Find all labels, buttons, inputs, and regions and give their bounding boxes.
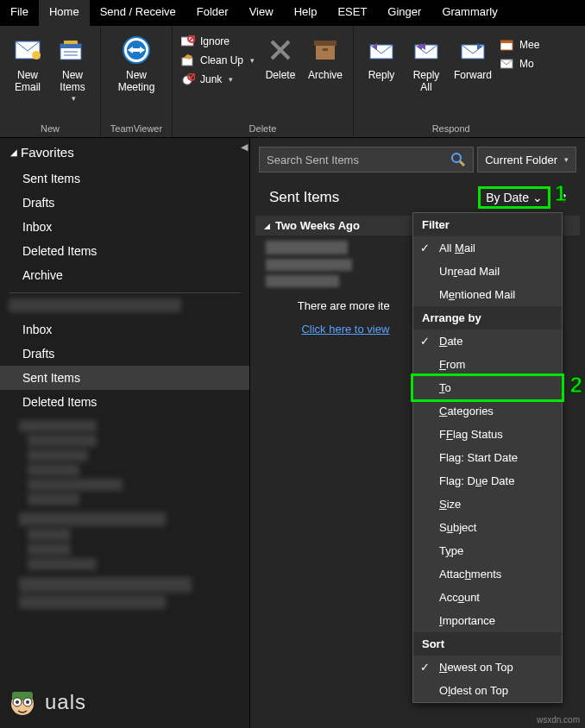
redacted-item [19, 577, 192, 593]
forward-button[interactable]: Forward [449, 29, 497, 85]
junk-button[interactable]: Junk▾ [181, 72, 255, 86]
arrange-option[interactable]: Size [413, 493, 562, 516]
menu-eset[interactable]: ESET [327, 0, 377, 26]
new-email-button[interactable]: New Email [5, 29, 50, 97]
dropdown-section-arrange: Arrange by [413, 306, 562, 329]
separator [9, 292, 241, 293]
arrange-option[interactable]: Type [413, 539, 562, 562]
watermark: wsxdn.com [537, 715, 580, 725]
nav-item-sent-items[interactable]: Sent Items [0, 166, 249, 191]
account-header-redacted[interactable] [9, 298, 181, 312]
redacted-item [28, 464, 79, 476]
redacted-item [28, 493, 79, 505]
arrange-option[interactable]: From [413, 353, 562, 376]
archive-icon [311, 36, 339, 64]
ribbon-group-new: New Email New Items▾ New [0, 26, 101, 137]
calendar-icon [500, 38, 514, 52]
junk-icon [181, 72, 195, 86]
menu-send-receive[interactable]: Send / Receive [90, 0, 186, 26]
chevron-down-icon: ▾ [72, 94, 76, 104]
svg-point-35 [26, 700, 29, 704]
arrange-option[interactable]: Account [413, 586, 562, 609]
search-input[interactable]: Search Sent Items [259, 147, 474, 173]
arrange-option[interactable]: Attachments [413, 562, 562, 586]
arrange-option[interactable]: FFlag Status [413, 423, 562, 446]
ribbon-group-respond: Reply Reply All Forward Mee Mo Respond [354, 26, 548, 137]
redacted-item [19, 420, 97, 432]
delete-label: Delete [266, 69, 296, 81]
teamviewer-icon [123, 36, 150, 64]
nav-item-deleted-items[interactable]: Deleted Items [0, 390, 249, 414]
nav-item-sent-items[interactable]: Sent Items [0, 366, 249, 390]
filter-option[interactable]: Unread Mail [413, 260, 562, 283]
filter-option[interactable]: Mentioned Mail [413, 283, 562, 306]
archive-button[interactable]: Archive [303, 29, 348, 85]
redacted-item [28, 558, 97, 570]
ignore-button[interactable]: Ignore [181, 35, 255, 48]
new-email-label: New Email [15, 69, 41, 94]
meeting-label: Mee [519, 39, 539, 51]
redacted-item [28, 529, 71, 541]
new-email-icon [14, 36, 41, 64]
nav-item-inbox[interactable]: Inbox [0, 317, 249, 342]
collapse-nav-icon[interactable]: ◀ [241, 141, 248, 153]
svg-point-1 [32, 51, 41, 60]
svg-point-28 [452, 154, 461, 162]
svg-rect-21 [323, 48, 328, 51]
menu-ginger[interactable]: Ginger [377, 0, 431, 26]
filter-option[interactable]: ✓All Mail [413, 236, 562, 260]
menu-help[interactable]: Help [284, 0, 328, 26]
sort-option[interactable]: Oldest on Top [413, 679, 562, 702]
arrange-option[interactable]: Flag: Start Date [413, 446, 562, 469]
svg-line-29 [460, 161, 464, 166]
nav-item-inbox[interactable]: Inbox [0, 215, 249, 239]
view-more-link[interactable]: Click here to view [301, 323, 389, 336]
menu-folder[interactable]: Folder [186, 0, 239, 26]
menu-home[interactable]: Home [39, 0, 90, 26]
svg-rect-3 [60, 44, 81, 48]
arrange-option[interactable]: Flag: Due Date [413, 469, 562, 493]
menu-grammarly[interactable]: Grammarly [431, 0, 507, 26]
cleanup-icon [181, 53, 195, 67]
new-meeting-label: New Meeting [118, 69, 155, 94]
search-placeholder: Search Sent Items [267, 154, 359, 166]
reply-all-button[interactable]: Reply All [404, 29, 449, 97]
nav-item-drafts[interactable]: Drafts [0, 191, 249, 215]
arrange-option[interactable]: Subject [413, 516, 562, 539]
cleanup-label: Clean Up [200, 54, 243, 66]
new-items-button[interactable]: New Items▾ [50, 29, 95, 107]
svg-rect-26 [500, 41, 513, 43]
delete-button[interactable]: Delete [258, 29, 303, 85]
ribbon-group-delete: Ignore Clean Up▾ Junk▾ Delete Archive De… [173, 26, 354, 137]
new-meeting-button[interactable]: New Meeting [106, 29, 167, 97]
arrange-option[interactable]: Importance [413, 609, 562, 632]
svg-rect-9 [133, 48, 140, 52]
chevron-down-icon: ▾ [564, 155, 569, 164]
archive-label: Archive [308, 69, 343, 81]
redacted-item [28, 435, 97, 447]
arrange-option[interactable]: To [411, 373, 564, 402]
reply-button[interactable]: Reply [359, 29, 404, 85]
arrange-option[interactable]: Categories [413, 399, 562, 423]
menu-view[interactable]: View [239, 0, 284, 26]
forward-icon [459, 36, 487, 64]
search-scope-dropdown[interactable]: Current Folder▾ [477, 147, 576, 173]
favorites-header[interactable]: ◢Favorites [0, 138, 249, 166]
nav-item-deleted-items[interactable]: Deleted Items [0, 239, 249, 263]
nav-item-archive[interactable]: Archive [0, 263, 249, 287]
cleanup-button[interactable]: Clean Up▾ [181, 53, 255, 67]
search-icon[interactable] [450, 152, 466, 167]
sort-by-button[interactable]: By Date ⌄ 1 [478, 186, 550, 209]
dropdown-section-filter: Filter [413, 213, 562, 236]
reply-all-icon [412, 36, 440, 64]
ribbon-group-label: Respond [432, 122, 470, 135]
menu-file[interactable]: File [0, 0, 39, 26]
meeting-button[interactable]: Mee [500, 38, 539, 52]
sort-option[interactable]: ✓Newest on Top [413, 656, 562, 679]
more-respond-button[interactable]: Mo [500, 57, 539, 71]
arrange-option[interactable]: ✓Date [413, 329, 562, 353]
svg-rect-4 [64, 41, 78, 44]
reply-label: Reply [368, 69, 395, 81]
svg-rect-19 [314, 41, 337, 46]
nav-item-drafts[interactable]: Drafts [0, 342, 249, 366]
